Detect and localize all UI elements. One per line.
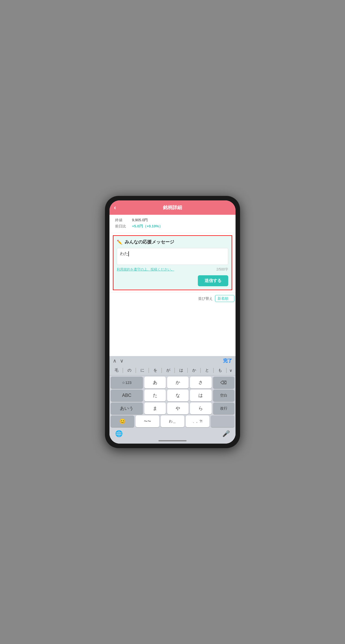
sort-dropdown-wrap: 新着順 人気順 ▾ — [215, 295, 231, 302]
expand-suggestions-icon[interactable]: ∨ — [227, 368, 234, 373]
suggestion-5[interactable]: は — [175, 367, 187, 374]
done-button[interactable]: 完了 — [223, 358, 232, 364]
microphone-icon[interactable]: 🎤 — [222, 430, 230, 437]
space-key[interactable]: 空白 — [213, 390, 234, 401]
divider — [136, 368, 136, 373]
aiueo-key[interactable]: あいう — [111, 402, 143, 414]
keyboard: ∧ ∨ 完了 毛 の に を が は か と — [109, 356, 236, 444]
sort-bar: 並び替え 新着順 人気順 ▾ — [109, 292, 236, 304]
key-ka[interactable]: か — [167, 377, 189, 388]
sort-select[interactable]: 新着順 人気順 — [215, 295, 234, 302]
text-cursor — [128, 251, 129, 256]
back-button[interactable]: ‹ — [114, 204, 116, 211]
change-value: +5.0円（+0.10%） — [132, 224, 163, 229]
divider — [123, 368, 123, 373]
phone-frame: ‹ 銘柄詳細 終値 9,905.0円 前日比 +5.0円（+0.10%） ✏️ — [105, 196, 240, 448]
message-section-title: みんなの応援メッセージ — [125, 239, 174, 245]
home-indicator — [109, 439, 236, 444]
message-footer: 利用規約を遵守の上、投稿ください。 2/500字 — [117, 267, 228, 272]
key-wave[interactable]: 〜〜 — [136, 415, 159, 427]
divider — [174, 368, 175, 373]
abc-key[interactable]: ABC — [111, 390, 143, 401]
home-bar — [158, 440, 187, 441]
suggestion-3[interactable]: を — [149, 367, 161, 374]
key-row-1: ☆123 あ か さ ⌫ — [111, 377, 234, 388]
key-empty — [211, 415, 234, 427]
suggestion-2[interactable]: に — [136, 367, 148, 374]
header: ‹ 銘柄詳細 — [109, 200, 236, 215]
content-area: 終値 9,905.0円 前日比 +5.0円（+0.10%） ✏️ みんなの応援メ… — [109, 215, 236, 356]
divider — [200, 368, 201, 373]
message-header: ✏️ みんなの応援メッセージ — [117, 239, 228, 245]
globe-icon[interactable]: 🌐 — [115, 430, 123, 437]
divider — [213, 368, 214, 373]
change-label: 前日比 — [115, 224, 132, 229]
toolbar-nav: ∧ ∨ — [113, 358, 124, 364]
emoji-key[interactable]: 😊 — [111, 415, 134, 427]
key-sa[interactable]: さ — [190, 377, 211, 388]
suggestion-1[interactable]: の — [124, 367, 135, 374]
key-ta[interactable]: た — [144, 390, 166, 401]
closing-value: 9,905.0円 — [132, 218, 148, 223]
suggestion-0[interactable]: 毛 — [111, 367, 122, 374]
key-row-4: 😊 〜〜 わ＿ 、。?! — [111, 415, 234, 427]
send-button[interactable]: 送信する — [198, 275, 228, 286]
key-punct[interactable]: 、。?! — [186, 415, 209, 427]
divider — [226, 368, 227, 373]
prev-button[interactable]: ∧ — [113, 358, 117, 364]
enter-key[interactable]: 改行 — [213, 402, 234, 414]
char-count: 2/500字 — [216, 267, 228, 272]
stock-info: 終値 9,905.0円 前日比 +5.0円（+0.10%） — [109, 215, 236, 233]
key-na[interactable]: な — [167, 390, 189, 401]
divider — [187, 368, 188, 373]
terms-link[interactable]: 利用規約を遵守の上、投稿ください。 — [117, 267, 174, 272]
input-text: わた — [120, 251, 128, 256]
message-section: ✏️ みんなの応援メッセージ わた 利用規約を遵守の上、投稿ください。 2/50… — [113, 235, 232, 290]
pencil-icon: ✏️ — [117, 240, 122, 245]
page-title: 銘柄詳細 — [163, 204, 182, 211]
delete-key[interactable]: ⌫ — [213, 377, 234, 388]
suggestion-4[interactable]: が — [162, 367, 174, 374]
suggestion-8[interactable]: も — [214, 367, 226, 374]
sort-label: 並び替え — [198, 296, 213, 301]
divider — [162, 368, 162, 373]
key-ya[interactable]: や — [167, 402, 189, 414]
key-a[interactable]: あ — [144, 377, 166, 388]
keyboard-toolbar: ∧ ∨ 完了 — [109, 356, 236, 366]
key-ha[interactable]: は — [190, 390, 211, 401]
closing-label: 終値 — [115, 218, 132, 223]
divider — [149, 368, 149, 373]
phone-screen: ‹ 銘柄詳細 終値 9,905.0円 前日比 +5.0円（+0.10%） ✏️ — [109, 200, 236, 444]
key-wa[interactable]: わ＿ — [161, 415, 184, 427]
next-button[interactable]: ∨ — [120, 358, 124, 364]
key-rows: ☆123 あ か さ ⌫ ABC た な は 空白 あいう ま — [109, 375, 236, 428]
key-ra[interactable]: ら — [190, 402, 211, 414]
suggestion-row: 毛 の に を が は か と も ∨ — [109, 366, 236, 375]
suggestion-7[interactable]: と — [201, 367, 213, 374]
symbol-key[interactable]: ☆123 — [111, 377, 143, 388]
key-row-2: ABC た な は 空白 — [111, 390, 234, 401]
change-row: 前日比 +5.0円（+0.10%） — [115, 224, 230, 229]
closing-price-row: 終値 9,905.0円 — [115, 218, 230, 223]
keyboard-bottom-bar: 🌐 🎤 — [109, 428, 236, 439]
message-input[interactable]: わた — [117, 248, 228, 265]
suggestion-6[interactable]: か — [188, 367, 200, 374]
key-ma[interactable]: ま — [144, 402, 166, 414]
key-row-3: あいう ま や ら 改行 — [111, 402, 234, 414]
